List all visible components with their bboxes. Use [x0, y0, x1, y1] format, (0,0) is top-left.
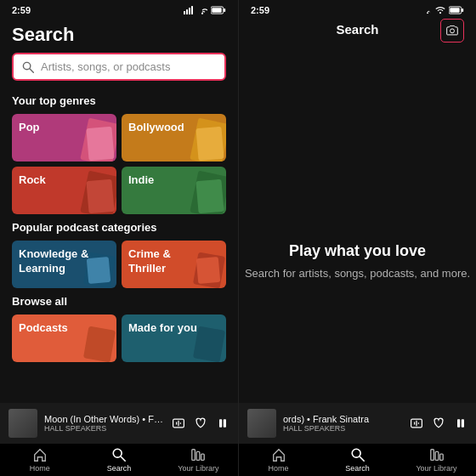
genre-label-indie: Indie: [128, 173, 154, 187]
status-bar-right: 2:59: [239, 0, 476, 19]
nav-search-label-right: Search: [345, 464, 370, 473]
svg-rect-7: [212, 8, 221, 13]
play-title: Play what you love: [289, 242, 426, 260]
left-panel: 2:59 Search: [0, 0, 238, 476]
status-icons-right: [423, 6, 464, 14]
nav-search-label-left: Search: [107, 464, 132, 473]
np-controls-right: [410, 416, 468, 430]
svg-line-34: [360, 456, 364, 461]
svg-rect-18: [192, 450, 196, 461]
np-sub-right: HALL SPEAKERS: [283, 424, 403, 433]
np-heart-icon-right[interactable]: [432, 416, 445, 430]
podcast-grid: Knowledge & Learning Crime & Thriller: [0, 241, 238, 292]
np-device-icon[interactable]: [172, 416, 185, 430]
np-sub-left: HALL SPEAKERS: [44, 424, 165, 433]
genre-card-made-for-you[interactable]: Made for you: [122, 314, 226, 362]
genre-card-pop[interactable]: Pop: [12, 114, 116, 162]
svg-point-16: [113, 449, 122, 457]
home-icon-left: [32, 447, 48, 462]
nav-search-left[interactable]: Search: [79, 447, 158, 473]
genre-card-crime[interactable]: Crime & Thriller: [122, 241, 226, 288]
np-title-left: Moon (In Other Words) • Frank: [44, 414, 165, 424]
top-genres-grid: Pop Bollywood Rock Indie: [0, 114, 238, 218]
svg-rect-35: [430, 450, 434, 461]
indie-art: [184, 173, 226, 214]
bottom-nav-right: Home Search Your Library: [239, 444, 476, 476]
library-icon-right: [429, 447, 445, 462]
nav-search-right[interactable]: Search: [318, 447, 397, 473]
genre-card-indie[interactable]: Indie: [122, 167, 226, 214]
now-playing-bar-right: ords) • Frank Sinatra HALL SPEAKERS: [239, 403, 476, 444]
right-panel: 2:59 Search: [238, 0, 476, 476]
svg-rect-36: [435, 451, 439, 460]
nav-home-label-left: Home: [30, 464, 50, 473]
svg-point-8: [23, 62, 30, 69]
status-icons-left: [184, 6, 226, 14]
svg-rect-19: [197, 451, 201, 460]
page-title-left: Search: [0, 19, 238, 53]
genre-card-podcasts-browse[interactable]: Podcasts: [12, 314, 116, 362]
camera-button[interactable]: [440, 19, 464, 42]
svg-rect-0: [184, 11, 185, 14]
svg-rect-15: [224, 419, 226, 428]
browse-all-label: Browse all: [0, 292, 238, 314]
signal-icon: [184, 6, 194, 14]
search-placeholder: Artists, songs, or podcasts: [41, 60, 170, 73]
now-playing-bar-left: Moon (In Other Words) • Frank HALL SPEAK…: [0, 403, 238, 444]
svg-rect-6: [224, 8, 225, 12]
nav-home-label-right: Home: [268, 464, 288, 473]
genre-label-crime: Crime & Thriller: [128, 247, 171, 276]
search-nav-icon-left: [111, 447, 127, 462]
genre-card-bollywood[interactable]: Bollywood: [122, 114, 226, 162]
header-right: Search: [239, 19, 476, 45]
status-time-right: 2:59: [251, 5, 269, 15]
np-info-right: ords) • Frank Sinatra HALL SPEAKERS: [283, 414, 403, 433]
svg-point-26: [450, 29, 455, 33]
svg-rect-31: [457, 419, 460, 428]
np-device-icon-right[interactable]: [410, 416, 423, 430]
genre-label-pop: Pop: [19, 121, 40, 134]
bottom-nav-left: Home Search Your Library: [0, 444, 238, 476]
np-info-left: Moon (In Other Words) • Frank HALL SPEAK…: [44, 414, 165, 433]
signal-icon-right: [423, 6, 432, 14]
genre-card-rock[interactable]: Rock: [12, 167, 116, 214]
rock-art: [74, 173, 116, 214]
svg-point-4: [201, 13, 203, 14]
np-controls-left: [172, 416, 230, 430]
svg-point-22: [439, 12, 441, 14]
status-time-left: 2:59: [12, 5, 31, 15]
nav-library-left[interactable]: Your Library: [159, 447, 238, 473]
svg-rect-25: [450, 8, 459, 13]
np-heart-icon[interactable]: [194, 416, 207, 430]
battery-icon-right: [449, 6, 464, 14]
np-pause-icon[interactable]: [216, 416, 230, 430]
podcast-categories-label: Popular podcast categories: [0, 218, 238, 241]
genre-label-knowledge: Knowledge & Learning: [19, 247, 88, 276]
np-album-art-right: [247, 409, 276, 438]
nav-library-right[interactable]: Your Library: [397, 447, 476, 473]
svg-rect-37: [439, 454, 443, 460]
np-title-right: ords) • Frank Sinatra: [283, 414, 403, 424]
wifi-icon-right: [435, 6, 445, 14]
nav-home-right[interactable]: Home: [239, 447, 318, 473]
search-bar[interactable]: Artists, songs, or podcasts: [12, 53, 226, 81]
battery-icon: [211, 6, 226, 14]
crime-art: [187, 249, 224, 286]
genre-label-podcasts-browse: Podcasts: [19, 321, 68, 335]
svg-line-9: [30, 69, 33, 72]
page-title-right: Search: [336, 22, 378, 37]
bollywood-art: [184, 121, 226, 162]
wifi-icon: [197, 6, 207, 14]
svg-rect-3: [191, 6, 193, 14]
nav-home-left[interactable]: Home: [0, 447, 79, 473]
genre-card-knowledge[interactable]: Knowledge & Learning: [12, 241, 116, 288]
status-bar-left: 2:59: [0, 0, 238, 19]
pop-art: [74, 121, 116, 162]
browse-grid: Podcasts Made for you: [0, 314, 238, 366]
svg-rect-24: [462, 8, 463, 12]
svg-rect-14: [219, 419, 222, 428]
camera-icon: [446, 26, 458, 36]
svg-point-21: [427, 12, 428, 14]
np-pause-icon-right[interactable]: [454, 416, 468, 430]
library-icon-left: [190, 447, 206, 462]
